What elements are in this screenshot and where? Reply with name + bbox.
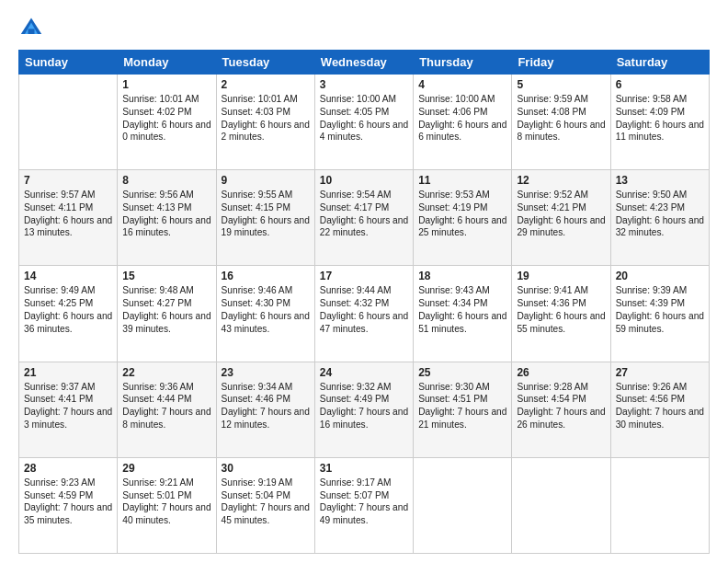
cell-info: Sunrise: 9:17 AMSunset: 5:07 PMDaylight:… [320, 477, 408, 527]
day-number: 22 [122, 366, 210, 379]
calendar-cell: 19Sunrise: 9:41 AMSunset: 4:36 PMDayligh… [512, 266, 610, 362]
calendar-cell [414, 457, 512, 553]
day-number: 7 [24, 174, 112, 187]
calendar-cell: 8Sunrise: 9:56 AMSunset: 4:13 PMDaylight… [118, 170, 216, 266]
day-number: 19 [517, 270, 605, 282]
cell-info: Sunrise: 10:01 AMSunset: 4:02 PMDaylight… [122, 93, 210, 144]
day-number: 26 [517, 366, 605, 379]
cell-info: Sunrise: 9:26 AMSunset: 4:56 PMDaylight:… [616, 381, 704, 431]
calendar-cell: 13Sunrise: 9:50 AMSunset: 4:23 PMDayligh… [610, 170, 709, 266]
day-number: 13 [616, 174, 704, 187]
cell-info: Sunrise: 9:54 AMSunset: 4:17 PMDaylight:… [320, 189, 408, 239]
day-number: 17 [320, 270, 408, 282]
cell-info: Sunrise: 9:19 AMSunset: 5:04 PMDaylight:… [222, 477, 310, 527]
day-number: 1 [122, 78, 210, 91]
calendar-cell: 7Sunrise: 9:57 AMSunset: 4:11 PMDaylight… [19, 170, 118, 266]
cell-info: Sunrise: 10:01 AMSunset: 4:03 PMDaylight… [222, 93, 310, 144]
cell-info: Sunrise: 9:58 AMSunset: 4:09 PMDaylight:… [616, 93, 704, 144]
cell-info: Sunrise: 9:55 AMSunset: 4:15 PMDaylight:… [222, 189, 310, 239]
day-header: Wednesday [314, 51, 413, 75]
calendar-cell [512, 457, 610, 553]
day-number: 6 [616, 78, 704, 91]
calendar: SundayMondayTuesdayWednesdayThursdayFrid… [18, 50, 710, 554]
day-number: 30 [222, 462, 310, 475]
calendar-cell: 21Sunrise: 9:37 AMSunset: 4:41 PMDayligh… [19, 362, 118, 457]
day-number: 20 [616, 270, 704, 282]
calendar-cell: 6Sunrise: 9:58 AMSunset: 4:09 PMDaylight… [610, 75, 709, 170]
cell-info: Sunrise: 9:32 AMSunset: 4:49 PMDaylight:… [320, 381, 408, 431]
calendar-cell: 25Sunrise: 9:30 AMSunset: 4:51 PMDayligh… [414, 362, 512, 457]
cell-info: Sunrise: 9:36 AMSunset: 4:44 PMDaylight:… [122, 381, 210, 431]
cell-info: Sunrise: 9:43 AMSunset: 4:34 PMDaylight:… [418, 284, 506, 335]
cell-info: Sunrise: 9:30 AMSunset: 4:51 PMDaylight:… [418, 381, 506, 431]
calendar-cell: 12Sunrise: 9:52 AMSunset: 4:21 PMDayligh… [512, 170, 610, 266]
calendar-cell: 16Sunrise: 9:46 AMSunset: 4:30 PMDayligh… [216, 266, 314, 362]
day-number: 4 [418, 78, 506, 91]
cell-info: Sunrise: 9:57 AMSunset: 4:11 PMDaylight:… [24, 189, 112, 239]
logo-icon [18, 15, 44, 40]
day-number: 27 [616, 366, 704, 379]
calendar-cell: 30Sunrise: 9:19 AMSunset: 5:04 PMDayligh… [216, 457, 314, 553]
calendar-cell: 18Sunrise: 9:43 AMSunset: 4:34 PMDayligh… [414, 266, 512, 362]
calendar-cell: 9Sunrise: 9:55 AMSunset: 4:15 PMDaylight… [216, 170, 314, 266]
day-number: 8 [122, 174, 210, 187]
calendar-week: 14Sunrise: 9:49 AMSunset: 4:25 PMDayligh… [19, 266, 710, 362]
day-number: 10 [320, 174, 408, 187]
calendar-cell: 2Sunrise: 10:01 AMSunset: 4:03 PMDayligh… [216, 75, 314, 170]
calendar-week: 28Sunrise: 9:23 AMSunset: 4:59 PMDayligh… [19, 457, 710, 553]
cell-info: Sunrise: 9:41 AMSunset: 4:36 PMDaylight:… [517, 284, 605, 335]
cell-info: Sunrise: 9:48 AMSunset: 4:27 PMDaylight:… [122, 284, 210, 335]
calendar-week: 1Sunrise: 10:01 AMSunset: 4:02 PMDayligh… [19, 75, 710, 170]
calendar-cell: 20Sunrise: 9:39 AMSunset: 4:39 PMDayligh… [610, 266, 709, 362]
calendar-cell: 5Sunrise: 9:59 AMSunset: 4:08 PMDaylight… [512, 75, 610, 170]
cell-info: Sunrise: 9:44 AMSunset: 4:32 PMDaylight:… [320, 284, 408, 335]
cell-info: Sunrise: 9:46 AMSunset: 4:30 PMDaylight:… [222, 284, 310, 335]
day-header: Monday [118, 51, 216, 75]
page: SundayMondayTuesdayWednesdayThursdayFrid… [0, 0, 728, 563]
cell-info: Sunrise: 9:53 AMSunset: 4:19 PMDaylight:… [418, 189, 506, 239]
header-row: SundayMondayTuesdayWednesdayThursdayFrid… [19, 51, 710, 75]
day-number: 16 [222, 270, 310, 282]
calendar-week: 21Sunrise: 9:37 AMSunset: 4:41 PMDayligh… [19, 362, 710, 457]
calendar-cell: 31Sunrise: 9:17 AMSunset: 5:07 PMDayligh… [314, 457, 413, 553]
day-number: 3 [320, 78, 408, 91]
day-number: 31 [320, 462, 408, 475]
day-number: 18 [418, 270, 506, 282]
calendar-cell: 11Sunrise: 9:53 AMSunset: 4:19 PMDayligh… [414, 170, 512, 266]
calendar-cell: 15Sunrise: 9:48 AMSunset: 4:27 PMDayligh… [118, 266, 216, 362]
svg-rect-2 [28, 29, 35, 34]
day-number: 11 [418, 174, 506, 187]
day-number: 5 [517, 78, 605, 91]
cell-info: Sunrise: 9:34 AMSunset: 4:46 PMDaylight:… [222, 381, 310, 431]
logo [18, 15, 48, 40]
calendar-cell: 28Sunrise: 9:23 AMSunset: 4:59 PMDayligh… [19, 457, 118, 553]
cell-info: Sunrise: 9:37 AMSunset: 4:41 PMDaylight:… [24, 381, 112, 431]
day-number: 15 [122, 270, 210, 282]
cell-info: Sunrise: 9:21 AMSunset: 5:01 PMDaylight:… [122, 477, 210, 527]
calendar-cell [610, 457, 709, 553]
calendar-cell: 4Sunrise: 10:00 AMSunset: 4:06 PMDayligh… [414, 75, 512, 170]
calendar-cell: 23Sunrise: 9:34 AMSunset: 4:46 PMDayligh… [216, 362, 314, 457]
cell-info: Sunrise: 10:00 AMSunset: 4:05 PMDaylight… [320, 93, 408, 144]
cell-info: Sunrise: 9:52 AMSunset: 4:21 PMDaylight:… [517, 189, 605, 239]
calendar-cell: 10Sunrise: 9:54 AMSunset: 4:17 PMDayligh… [314, 170, 413, 266]
day-number: 28 [24, 462, 112, 475]
calendar-cell: 27Sunrise: 9:26 AMSunset: 4:56 PMDayligh… [610, 362, 709, 457]
day-header: Tuesday [216, 51, 314, 75]
day-number: 2 [222, 78, 310, 91]
day-number: 25 [418, 366, 506, 379]
calendar-cell: 29Sunrise: 9:21 AMSunset: 5:01 PMDayligh… [118, 457, 216, 553]
day-number: 21 [24, 366, 112, 379]
calendar-week: 7Sunrise: 9:57 AMSunset: 4:11 PMDaylight… [19, 170, 710, 266]
cell-info: Sunrise: 10:00 AMSunset: 4:06 PMDaylight… [418, 93, 506, 144]
calendar-cell: 24Sunrise: 9:32 AMSunset: 4:49 PMDayligh… [314, 362, 413, 457]
calendar-cell: 17Sunrise: 9:44 AMSunset: 4:32 PMDayligh… [314, 266, 413, 362]
cell-info: Sunrise: 9:56 AMSunset: 4:13 PMDaylight:… [122, 189, 210, 239]
calendar-cell: 26Sunrise: 9:28 AMSunset: 4:54 PMDayligh… [512, 362, 610, 457]
day-number: 14 [24, 270, 112, 282]
calendar-cell: 22Sunrise: 9:36 AMSunset: 4:44 PMDayligh… [118, 362, 216, 457]
day-number: 9 [222, 174, 310, 187]
day-number: 23 [222, 366, 310, 379]
day-header: Friday [512, 51, 610, 75]
day-number: 29 [122, 462, 210, 475]
